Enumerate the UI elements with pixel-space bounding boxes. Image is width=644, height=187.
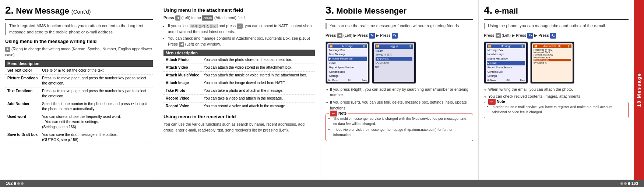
section4-number: 4. bbox=[484, 4, 492, 16]
menu-label: Picture Emoticon bbox=[5, 74, 40, 87]
press-btn-44: 44 bbox=[550, 33, 556, 39]
phone-screen-3: 📶Message🔋 Message Box New Message Mobile… bbox=[484, 42, 528, 84]
table-row: Take Photo You can take a photo and atta… bbox=[163, 87, 315, 94]
subsection1-press-text: ▶ (Right) to change the writing mode (Ko… bbox=[5, 46, 153, 58]
section2-col1: 2. New Message (Cont'd) The integrated M… bbox=[0, 0, 158, 180]
section4-press: Press ◀ (Left) ▶ Press 77 ▶ Press 44 bbox=[484, 33, 629, 39]
menu-desc: You can record a voice and attach in the… bbox=[201, 102, 315, 110]
table-row: Attach Music/Voice You can attach the mu… bbox=[163, 71, 315, 79]
section4-col: 4. e-mail Using the phone, you can manag… bbox=[479, 0, 634, 180]
menu-label: Attach Image bbox=[163, 79, 201, 87]
menu-label: Set Text Color bbox=[5, 67, 40, 75]
menu-label: Text Emoticon bbox=[5, 87, 40, 100]
press-btn-left: ◀ bbox=[175, 15, 180, 21]
menu-desc: Select the phone number in the phonebook… bbox=[40, 100, 153, 113]
dot-5 bbox=[624, 182, 627, 185]
press-btn-77: 77 bbox=[369, 33, 375, 39]
section3-screenshots: 📶Message🔋 Message Box New Message ▶ Mobi… bbox=[325, 42, 473, 84]
table-row: Attach Video You can attach the video st… bbox=[163, 64, 315, 71]
section4-note: ✏ Note In order to use e-mail service, y… bbox=[484, 102, 629, 118]
press-btn-left-4: ◀ bbox=[496, 33, 501, 38]
table-row: Attach Photo You can attach the photo st… bbox=[163, 56, 315, 64]
menu-desc: You can store and use the frequently use… bbox=[40, 113, 153, 131]
section3-number: 3. bbox=[325, 4, 334, 16]
section4-screenshots: 📶Message🔋 Message Box New Message Mobile… bbox=[484, 42, 629, 84]
phone-screen-1: 📶Message🔋 Message Box New Message ▶ Mobi… bbox=[325, 42, 370, 84]
press-btn-1: ▶ bbox=[5, 47, 10, 52]
press-icon-2: ◀ bbox=[179, 42, 184, 47]
menu-table-2-header: Menu description bbox=[163, 50, 315, 56]
subsection2-title: Using menu in the attachment field bbox=[163, 7, 315, 13]
menu-desc: You can take a photo and attach in the m… bbox=[201, 87, 315, 94]
bullet-item: If you select 부재 전기 진문포 and press ☺, you… bbox=[168, 23, 315, 35]
note-label-3: ✏ Note bbox=[329, 111, 348, 116]
phone-screen-4: 📶Account Set Up🔋 Received m (5/9) New ma… bbox=[530, 42, 574, 84]
menu-label: Take Photo bbox=[163, 87, 201, 94]
table-row: Text Emoticon Press ☺ to move page, and … bbox=[5, 87, 153, 100]
menu-desc: Press ☺ to move page, and press the numb… bbox=[40, 87, 153, 100]
note-item: – Use Help or visit the messenger homepa… bbox=[333, 127, 470, 138]
menu-desc: Press ☺ to move page, and press the numb… bbox=[40, 74, 153, 87]
table-row: Set Text Color Use ⊙ or ◉ to set the col… bbox=[5, 67, 153, 75]
phone-screen-2: 📶이름부🔋 NATE 모바일 메신저 APPLYING DOMINENT 확인 bbox=[372, 42, 416, 84]
section3-press: Press ◀ (Left) ▶ Press 77 ▶ Press 22 bbox=[325, 33, 473, 39]
section4-header: 4. e-mail bbox=[484, 4, 629, 16]
menu-desc: You can attach the music or voice stored… bbox=[201, 71, 315, 79]
menu-label: Attach Music/Voice bbox=[163, 71, 201, 79]
menu-desc: Use ⊙ or ◉ to set the color of the text. bbox=[40, 67, 153, 75]
menu-label: Record Voice bbox=[163, 102, 201, 110]
bullet-item: You can check and manage contents in Att… bbox=[168, 36, 315, 47]
menu-label: Save to Draft box bbox=[5, 131, 40, 144]
subsection2-press-intro: Press ◀ (Left) in the Attach (Attachment… bbox=[163, 15, 315, 21]
menu-desc: You can attach the video stored in the a… bbox=[201, 64, 315, 71]
note-item: In order to use e-mail service, you have… bbox=[492, 104, 625, 115]
menu-table-1: Menu description Set Text Color Use ⊙ or… bbox=[5, 60, 153, 144]
press-icon: ☺ bbox=[237, 24, 243, 29]
menu-label: Used word bbox=[5, 113, 40, 131]
table-row: Add Number Select the phone number in th… bbox=[5, 100, 153, 113]
section3-note: ✏ Note The mobile messenger service is c… bbox=[325, 114, 473, 141]
section4-note-list: In order to use e-mail service, you have… bbox=[487, 104, 625, 115]
table-row: Picture Emoticon Press ☺ to move page, a… bbox=[5, 74, 153, 87]
menu-table-1-header: Menu description bbox=[5, 60, 153, 67]
section3-arrow-1: If you press (Right), you can add an ent… bbox=[325, 87, 473, 98]
section4-intro: Using the phone, you can manage inbox an… bbox=[484, 23, 629, 29]
side-tab: 10 Message bbox=[634, 0, 644, 180]
section3-arrow-2: If you press (Left), you can use talk, d… bbox=[325, 100, 473, 111]
page-footer: 162 163 bbox=[0, 180, 644, 187]
section3-col: 3. Mobile Messenger You can use the real… bbox=[320, 0, 479, 180]
menu-label: Attach Photo bbox=[163, 56, 201, 64]
section3-title: Mobile Messenger bbox=[336, 6, 407, 16]
right-page-indicator: 163 bbox=[620, 181, 638, 186]
menu-label: Add Number bbox=[5, 100, 40, 113]
subsection3-title: Using menu in the receiver field bbox=[163, 114, 315, 119]
page-num-left: 162 bbox=[6, 181, 13, 186]
menu-desc: You can attach the image downloaded from… bbox=[201, 79, 315, 87]
menu-table-2: Menu description Attach Photo You can at… bbox=[163, 50, 315, 110]
section2-intro: The integrated MMS function enables you … bbox=[5, 23, 153, 35]
table-row: Record Video You can take a video and at… bbox=[163, 94, 315, 102]
menu-label: Attach Video bbox=[163, 64, 201, 71]
section4-arrow-1: When writing the email, you can attach t… bbox=[484, 87, 629, 93]
section2-col2: Using menu in the attachment field Press… bbox=[158, 0, 320, 180]
section2-subtitle: (Cont'd) bbox=[71, 8, 91, 15]
table-row: Used word You can store and use the freq… bbox=[5, 113, 153, 131]
note-item: The mobile messenger service is charged … bbox=[333, 116, 470, 127]
table-row: Record Voice You can record a voice and … bbox=[163, 102, 315, 110]
dot-4 bbox=[620, 182, 623, 185]
section2-title: New Message bbox=[16, 6, 69, 16]
left-page-indicator: 162 bbox=[6, 181, 24, 186]
menu-desc: You can attach the photo stored in the a… bbox=[201, 56, 315, 64]
press-btn-left-3: ◀ bbox=[337, 33, 342, 38]
page-num-right: 163 bbox=[631, 181, 638, 186]
table-row: Attach Image You can attach the image do… bbox=[163, 79, 315, 87]
dot-3 bbox=[21, 182, 24, 185]
dot-6 bbox=[628, 182, 630, 185]
section3-note-list: The mobile messenger service is charged … bbox=[329, 116, 470, 138]
menu-desc: You can take a video and attach in the m… bbox=[201, 94, 315, 102]
dot-1 bbox=[14, 182, 16, 185]
section2-header: 2. New Message (Cont'd) bbox=[5, 4, 153, 16]
dot-2 bbox=[17, 182, 20, 185]
attach-btn: Attach bbox=[202, 15, 213, 21]
section2-number: 2. bbox=[5, 4, 14, 16]
